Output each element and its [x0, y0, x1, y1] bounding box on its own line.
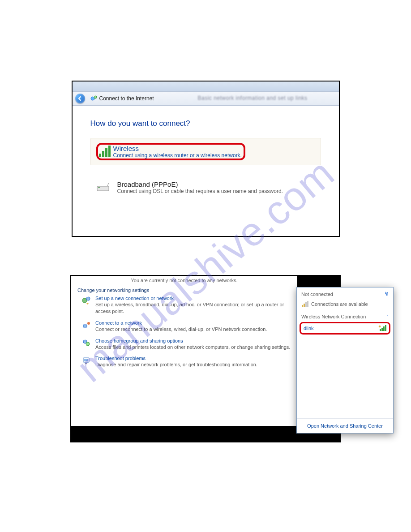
task-setup-connection[interactable]: Set up a new connection or network Set u…: [82, 296, 297, 315]
svg-point-22: [379, 326, 381, 328]
task-troubleshoot[interactable]: Troubleshoot problems Diagnose and repai…: [82, 356, 297, 368]
network-name: dlink: [304, 326, 314, 331]
flyout-section-header[interactable]: Wireless Network Connection ˄: [297, 311, 393, 321]
svg-rect-7: [98, 187, 100, 188]
back-button[interactable]: [75, 94, 85, 103]
flyout-header: Not connected ↯: [297, 287, 393, 300]
svg-rect-2: [99, 154, 101, 157]
wizard-body: How do you want to connect? Wireless Con: [73, 106, 339, 196]
wireless-bars-icon: [98, 145, 113, 158]
option-broadband-sub: Connect using DSL or cable that requires…: [117, 188, 283, 194]
svg-point-14: [86, 342, 90, 346]
svg-point-9: [82, 298, 87, 303]
screenshot-connect-to-internet: Connect to the Internet Basic network in…: [72, 81, 340, 237]
svg-rect-11: [83, 325, 87, 327]
troubleshoot-icon: [82, 356, 91, 365]
not-connected-label: Not connected: [301, 292, 333, 297]
task-desc: Diagnose and repair network problems, or…: [95, 361, 257, 368]
connections-available-label: Connections are available: [311, 301, 368, 307]
svg-point-10: [86, 297, 90, 300]
refresh-icon[interactable]: ↯: [385, 291, 389, 297]
window-title: Connect to the Internet: [99, 95, 154, 102]
option-wireless-title: Wireless: [113, 145, 242, 152]
section-heading: Change your networking settings: [77, 287, 297, 293]
task-link: Choose homegroup and sharing options: [95, 338, 290, 343]
option-wireless-sub: Connect using a wireless router or a wir…: [113, 152, 242, 159]
task-link: Troubleshoot problems: [95, 356, 257, 361]
svg-rect-26: [385, 325, 386, 331]
svg-rect-25: [383, 326, 385, 331]
task-connect-network[interactable]: Connect to a network Connect or reconnec…: [82, 320, 297, 333]
task-link: Set up a new connection or network: [95, 296, 297, 301]
svg-rect-5: [108, 146, 111, 157]
svg-rect-24: [381, 328, 383, 331]
svg-rect-17: [85, 363, 87, 364]
svg-rect-21: [307, 301, 308, 307]
chevron-up-icon: ˄: [386, 314, 389, 319]
network-flyout: Not connected ↯ Connections are availabl…: [296, 287, 394, 433]
wizard-icon: [90, 95, 98, 102]
flyout-availability-row: Connections are available: [297, 300, 393, 311]
option-wireless-row: Wireless Connect using a wireless router…: [90, 138, 321, 165]
signal-bars-icon: [301, 301, 308, 307]
svg-rect-19: [304, 304, 305, 307]
network-sharing-center-window: You are currently not connected to any n…: [71, 276, 297, 426]
task-homegroup[interactable]: Choose homegroup and sharing options Acc…: [82, 338, 297, 351]
flyout-spacer: [297, 335, 393, 418]
connect-network-icon: [82, 321, 91, 330]
svg-point-12: [87, 322, 90, 325]
screenshot-network-center: You are currently not connected to any n…: [70, 275, 341, 442]
task-desc: Set up a wireless, broadband, dial-up, a…: [95, 301, 297, 315]
window-toolbar: Connect to the Internet Basic network in…: [73, 92, 339, 106]
svg-line-8: [107, 183, 109, 186]
highlight-frame-wireless: Wireless Connect using a wireless router…: [96, 143, 245, 160]
option-wireless[interactable]: Wireless Connect using a wireless router…: [113, 145, 242, 159]
task-desc: Access files and printers located on oth…: [95, 344, 290, 351]
svg-rect-20: [305, 302, 307, 307]
homegroup-icon: [82, 339, 91, 348]
setup-connection-icon: [82, 296, 91, 305]
document-page: manualshive.com Connect to the Internet …: [0, 0, 411, 532]
svg-rect-4: [105, 148, 107, 157]
flyout-footer-link[interactable]: Open Network and Sharing Center: [297, 418, 393, 433]
modem-icon: [96, 181, 111, 194]
connection-status-text: You are currently not connected to any n…: [71, 276, 297, 283]
svg-rect-3: [102, 151, 104, 157]
option-broadband-title: Broadband (PPPoE): [117, 180, 283, 188]
wireless-section-label: Wireless Network Connection: [301, 314, 366, 319]
network-entry-dlink[interactable]: dlink: [300, 322, 390, 335]
arrow-left-icon: [77, 96, 83, 101]
task-link: Connect to a network: [95, 320, 267, 326]
wizard-heading: How do you want to connect?: [90, 119, 321, 128]
window-titlebar: [73, 82, 339, 92]
option-broadband-row[interactable]: Broadband (PPPoE) Connect using DSL or c…: [90, 179, 321, 196]
svg-rect-16: [84, 359, 88, 361]
svg-rect-6: [97, 186, 109, 191]
svg-rect-23: [380, 329, 381, 331]
task-desc: Connect or reconnect to a wireless, wire…: [95, 326, 267, 333]
svg-rect-18: [302, 305, 303, 307]
option-broadband: Broadband (PPPoE) Connect using DSL or c…: [117, 180, 283, 194]
background-window-text: Basic network information and set up lin…: [198, 95, 308, 101]
signal-strength-icon: [378, 325, 386, 331]
